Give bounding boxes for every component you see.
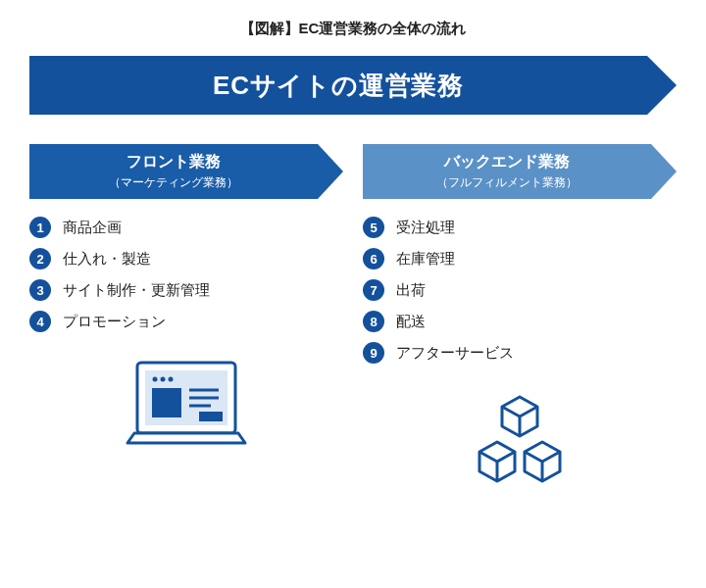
list-item: 5 受注処理 <box>363 217 677 238</box>
list-item: 7 出荷 <box>363 279 677 301</box>
front-banner-arrow: フロント業務 （マーケティング業務） <box>29 144 343 199</box>
step-number-badge: 8 <box>363 311 384 332</box>
svg-rect-2 <box>152 388 181 417</box>
columns: フロント業務 （マーケティング業務） 1 商品企画 2 仕入れ・製造 3 サイト… <box>29 144 677 499</box>
step-label: 在庫管理 <box>396 250 455 269</box>
step-label: 受注処理 <box>396 219 455 237</box>
step-number-badge: 1 <box>29 217 51 238</box>
step-label: サイト制作・更新管理 <box>63 281 210 300</box>
step-label: プロモーション <box>63 313 166 331</box>
step-number-badge: 3 <box>29 279 51 301</box>
back-column: バックエンド業務 （フルフィルメント業務） 5 受注処理 6 在庫管理 7 出荷… <box>363 144 677 499</box>
boxes-icon <box>363 381 677 499</box>
step-label: 商品企画 <box>63 219 122 237</box>
front-steps-list: 1 商品企画 2 仕入れ・製造 3 サイト制作・更新管理 4 プロモーション <box>29 217 343 332</box>
back-steps-list: 5 受注処理 6 在庫管理 7 出荷 8 配送 9 アフターサービス <box>363 217 677 364</box>
step-label: 配送 <box>396 313 426 331</box>
list-item: 4 プロモーション <box>29 311 343 332</box>
svg-point-3 <box>153 377 158 382</box>
arrow-tip-icon <box>651 144 677 199</box>
main-banner-arrow: ECサイトの運営業務 <box>29 56 677 115</box>
step-label: 出荷 <box>396 281 426 300</box>
step-number-badge: 7 <box>363 279 384 301</box>
list-item: 3 サイト制作・更新管理 <box>29 279 343 301</box>
page-title: 【図解】EC運営業務の全体の流れ <box>29 20 677 38</box>
step-label: 仕入れ・製造 <box>63 250 151 269</box>
front-subtitle: （マーケティング業務） <box>109 174 238 191</box>
main-banner-label: ECサイトの運営業務 <box>213 69 464 103</box>
svg-point-4 <box>161 377 166 382</box>
front-title: フロント業務 <box>126 152 221 172</box>
step-number-badge: 2 <box>29 248 51 270</box>
laptop-ecommerce-icon: BUY <box>29 350 343 467</box>
back-subtitle: （フルフィルメント業務） <box>436 174 578 191</box>
arrow-tip-icon <box>647 56 677 115</box>
back-title: バックエンド業務 <box>444 152 570 172</box>
step-number-badge: 4 <box>29 311 51 332</box>
list-item: 6 在庫管理 <box>363 248 677 270</box>
back-banner-arrow: バックエンド業務 （フルフィルメント業務） <box>363 144 677 199</box>
buy-button-label: BUY <box>204 414 219 420</box>
step-number-badge: 6 <box>363 248 384 270</box>
step-label: アフターサービス <box>396 344 514 363</box>
step-number-badge: 9 <box>363 342 384 364</box>
step-number-badge: 5 <box>363 217 384 238</box>
arrow-tip-icon <box>318 144 343 199</box>
list-item: 9 アフターサービス <box>363 342 677 364</box>
front-column: フロント業務 （マーケティング業務） 1 商品企画 2 仕入れ・製造 3 サイト… <box>29 144 343 499</box>
list-item: 8 配送 <box>363 311 677 332</box>
list-item: 1 商品企画 <box>29 217 343 238</box>
list-item: 2 仕入れ・製造 <box>29 248 343 270</box>
svg-point-5 <box>169 377 174 382</box>
